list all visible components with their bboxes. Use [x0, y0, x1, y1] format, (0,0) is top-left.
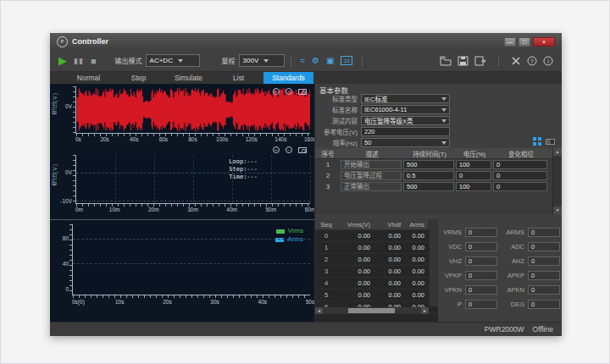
zoom-out-icon[interactable]: − — [286, 146, 292, 153]
table-cell: 0.00 — [374, 279, 405, 287]
table-row[interactable]: 3正常输出5001000 — [315, 181, 562, 192]
table-row[interactable]: 2电压暂降过程0.500 — [315, 170, 562, 181]
scrollbar-horizontal[interactable]: ◄► — [315, 307, 429, 314]
row-index: 2 — [315, 172, 341, 179]
panel-toggle-icon[interactable] — [546, 139, 555, 145]
table-cell[interactable]: 500 — [403, 182, 454, 191]
save-file-icon[interactable] — [458, 56, 469, 66]
output-mode-select[interactable]: AC+DC — [146, 54, 200, 67]
row-index: 1 — [315, 161, 341, 168]
chart3-legend: VrmsArms — [275, 227, 303, 244]
table-row[interactable]: 30.000.000.00 — [315, 266, 438, 278]
measurement-label: VDC — [438, 243, 465, 251]
scroll-track[interactable] — [323, 307, 421, 314]
grid-layout-icon[interactable] — [533, 137, 541, 146]
param-label: 频率(Hz) — [315, 138, 361, 147]
table-cell[interactable]: 电压暂降过程 — [341, 171, 402, 180]
column-header: Seq — [315, 221, 337, 229]
table-cell[interactable]: 100 — [456, 160, 491, 169]
info-icon[interactable]: i — [543, 56, 553, 66]
table-row[interactable]: 50.000.000.00 — [315, 290, 438, 301]
zoom-in-icon[interactable]: + — [273, 88, 280, 95]
measurement-row: VPKN0APKN0 — [438, 283, 562, 297]
titlebar: P Controller — □ × — [50, 33, 562, 50]
x-tick-label: 50s — [306, 299, 314, 305]
measurement-value: 0 — [528, 285, 560, 295]
tools-icon[interactable] — [511, 56, 521, 66]
x-tick-label: 40s — [258, 299, 267, 305]
y-tick-label: -10V — [53, 198, 72, 204]
scroll-left-arrow[interactable]: ◄ — [315, 307, 323, 314]
play-button[interactable]: ▶ — [58, 54, 67, 67]
table-cell[interactable]: 0 — [493, 171, 547, 180]
maximize-button[interactable]: □ — [518, 37, 530, 47]
table-cell[interactable]: 开始输出 — [341, 160, 402, 169]
tab-standards[interactable]: Standards — [263, 72, 313, 84]
table-cell[interactable]: 0 — [493, 160, 547, 169]
stop-button[interactable]: ■ — [91, 56, 97, 66]
gear-icon[interactable]: ⚙ — [312, 56, 319, 65]
column-header: 电压(%) — [456, 149, 493, 158]
table-cell: 2 — [315, 256, 337, 263]
table-cell[interactable]: 0 — [456, 171, 491, 180]
column-header: 变化相位 — [493, 149, 549, 158]
waveform-icon[interactable]: ≈ — [301, 56, 306, 65]
x-tick-label: 120s — [246, 136, 258, 142]
camera-icon[interactable] — [298, 89, 307, 95]
annotation-line: Loop:--- — [229, 158, 258, 166]
chevron-down-icon — [441, 108, 446, 112]
gridline — [232, 155, 233, 203]
table-cell[interactable]: 100 — [456, 182, 491, 191]
scroll-down-arrow[interactable]: ▼ — [553, 207, 562, 214]
scroll-thumb[interactable] — [348, 308, 395, 313]
close-button[interactable]: × — [533, 37, 555, 47]
export-icon[interactable] — [474, 56, 486, 66]
table-cell[interactable]: 0.5 — [403, 171, 454, 180]
param-select[interactable]: 电压暂降等级X类 — [361, 116, 450, 125]
table-cell: 0.00 — [374, 244, 405, 251]
tab-normal[interactable]: Normal — [64, 72, 114, 84]
param-select[interactable]: 50 — [361, 138, 450, 147]
table-cell[interactable]: 0 — [493, 182, 547, 191]
zoom-in-icon[interactable]: + — [273, 146, 280, 153]
range-label: 量程 — [222, 56, 236, 65]
toolbar-right-group: ? i — [440, 55, 553, 67]
seq-table-header: SeqVrms(V)VhdfArms — [315, 219, 438, 230]
x-tick-label: 50m — [266, 207, 277, 212]
open-file-icon[interactable] — [440, 56, 452, 66]
x-tick-label: 20s — [100, 136, 108, 142]
zoom-out-icon[interactable]: − — [286, 88, 292, 95]
capture-icon[interactable]: ▣ — [326, 56, 334, 65]
device-model: PWR2000W — [485, 325, 524, 334]
help-icon[interactable]: ? — [527, 56, 537, 66]
page-background: P Controller — □ × ▶ ▮▮ ■ 输出模式 AC+DC 量程 … — [0, 0, 610, 364]
scrollbar-vertical[interactable]: ▲▼ — [552, 148, 562, 214]
table-cell[interactable]: 正常输出 — [341, 182, 402, 191]
pause-button[interactable]: ▮▮ — [74, 57, 84, 65]
scroll-right-arrow[interactable]: ► — [421, 307, 429, 314]
loop-step-time-readout: Loop:---Step:---Time:--- — [229, 158, 258, 181]
table-row[interactable]: 10.000.000.00 — [315, 242, 438, 254]
table-row[interactable]: 40.000.000.00 — [315, 278, 438, 290]
tab-simulate[interactable]: Simulate — [164, 72, 214, 84]
param-select[interactable]: IEC标准 — [361, 94, 450, 103]
tab-step[interactable]: Step — [114, 72, 164, 84]
output-waveform-chart: 电压(V) +− Loop:---Step:---Time:--- 0V-10V… — [50, 145, 314, 219]
scrollbar-vertical[interactable] — [429, 219, 438, 306]
minimize-button[interactable]: — — [504, 37, 516, 47]
counter-icon[interactable]: 23 — [341, 56, 352, 65]
table-row[interactable]: 20.000.000.00 — [315, 254, 438, 266]
range-select[interactable]: 300V — [239, 54, 285, 67]
param-input[interactable]: 220 — [361, 127, 450, 136]
scroll-up-arrow[interactable]: ▲ — [553, 148, 562, 156]
table-row[interactable]: 1开始输出5001000 — [315, 159, 562, 170]
param-select[interactable]: IEC61000-4-11 — [361, 105, 450, 114]
annotation-line: Time:--- — [229, 174, 258, 181]
tab-list[interactable]: List — [214, 72, 263, 84]
table-cell[interactable]: 500 — [403, 160, 454, 169]
x-tick-label: 20s — [163, 299, 171, 305]
table-cell: 0.00 — [337, 232, 374, 240]
table-row[interactable]: 00.000.000.00 — [315, 230, 438, 242]
chart3-plot-area: VrmsArms — [72, 224, 310, 295]
camera-icon[interactable] — [298, 147, 307, 153]
